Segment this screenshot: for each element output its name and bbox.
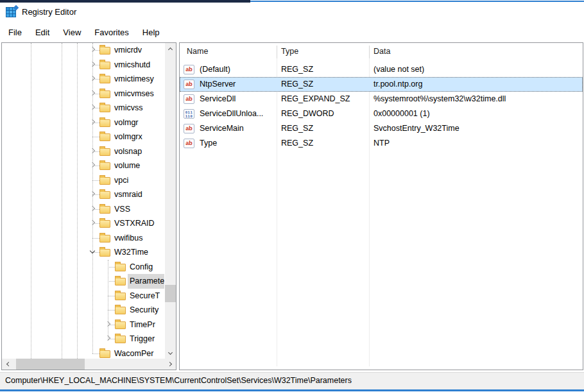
chevron-down-icon	[168, 351, 173, 355]
chevron-collapsed-icon[interactable]	[90, 163, 95, 168]
chevron-collapsed-icon[interactable]	[90, 149, 95, 154]
chevron-collapsed-icon[interactable]	[105, 336, 110, 341]
value-type: REG_SZ	[281, 77, 313, 92]
tree-item-vmicvmses[interactable]: vmicvmses	[2, 87, 164, 101]
chevron-collapsed-icon[interactable]	[90, 207, 95, 212]
horizontal-scroll-thumb[interactable]	[16, 359, 85, 370]
column-header-data[interactable]: Data	[374, 47, 390, 56]
string-value-icon: ab	[184, 80, 194, 89]
chevron-collapsed-icon[interactable]	[90, 120, 95, 125]
registry-editor-app-icon	[6, 6, 18, 18]
tree-item-label: Trigger	[128, 332, 157, 346]
folder-icon	[99, 62, 110, 69]
tree-item-vmicshutd[interactable]: vmicshutd	[2, 58, 164, 72]
tree-connector	[108, 267, 115, 268]
tree-item-wacomper[interactable]: WacomPer	[2, 346, 164, 359]
top-blue-line	[250, 1, 584, 2]
tree-horizontal-scrollbar[interactable]	[2, 359, 176, 370]
value-row-servicemain[interactable]: abServiceMainREG_SZSvchostEntry_W32Time	[180, 121, 583, 136]
chevron-collapsed-icon[interactable]	[90, 105, 95, 110]
folder-icon	[99, 133, 110, 141]
registry-tree-pane: vmicrdvvmicshutdvmictimesyvmicvmsesvmicv…	[1, 42, 176, 370]
menu-favorites[interactable]: Favorites	[92, 26, 130, 38]
tree-item-label: Config	[128, 260, 155, 275]
value-row-type[interactable]: abTypeREG_SZNTP	[180, 136, 583, 151]
tree-item-label: vsmraid	[112, 187, 144, 202]
tree-item-timepr[interactable]: TimePr	[2, 318, 164, 332]
menu-view[interactable]: View	[61, 26, 83, 38]
chevron-collapsed-icon[interactable]	[90, 192, 95, 197]
tree-item-vstxraid[interactable]: VSTXRAID	[2, 216, 164, 231]
tree-item-label: volume	[112, 158, 142, 173]
tree-item-securet[interactable]: SecureT	[2, 289, 164, 303]
tree-item-label: vmicvss	[112, 101, 144, 115]
tree-connector	[108, 281, 115, 282]
tree-item-volume[interactable]: volume	[2, 158, 164, 173]
top-dark-bar	[0, 0, 250, 3]
scroll-down-button[interactable]	[165, 348, 176, 359]
tree-items: vmicrdvvmicshutdvmictimesyvmicvmsesvmicv…	[2, 43, 164, 359]
tree-item-label: Security	[128, 303, 160, 318]
tree-item-volsnap[interactable]: volsnap	[2, 144, 164, 159]
value-row-ntpserver[interactable]: abNtpServerREG_SZtr.pool.ntp.org	[180, 77, 583, 92]
value-type: REG_SZ	[281, 62, 313, 77]
value-data: 0x00000001 (1)	[374, 107, 430, 121]
value-row-servicedll[interactable]: abServiceDllREG_EXPAND_SZ%systemroot%\sy…	[180, 92, 583, 107]
menu-help[interactable]: Help	[141, 26, 162, 38]
tree-item-label: vmictimesy	[112, 72, 156, 87]
tree-item-vsmraid[interactable]: vsmraid	[2, 187, 164, 202]
tree-item-trigger[interactable]: Trigger	[2, 332, 164, 346]
tree-item-label: WacomPer	[112, 346, 155, 359]
chevron-collapsed-icon[interactable]	[90, 76, 95, 81]
folder-icon	[99, 220, 110, 228]
menu-edit[interactable]: Edit	[33, 26, 51, 38]
tree-item-label: volmgrx	[112, 130, 144, 144]
bottom-blue-line	[0, 389, 584, 391]
tree-item-w32time[interactable]: W32Time	[2, 245, 164, 260]
folder-icon	[99, 249, 110, 257]
tree-item-vmictimesy[interactable]: vmictimesy	[2, 72, 164, 87]
value-row--default-[interactable]: ab(Default)REG_SZ(value not set)	[180, 62, 583, 77]
chevron-collapsed-icon[interactable]	[90, 91, 95, 96]
column-header-name[interactable]: Name	[187, 47, 208, 56]
chevron-collapsed-icon[interactable]	[90, 62, 95, 67]
chevron-collapsed-icon[interactable]	[105, 322, 110, 327]
vertical-scroll-thumb[interactable]	[165, 285, 176, 302]
chevron-expanded-icon[interactable]	[90, 250, 95, 255]
tree-item-volmgrx[interactable]: volmgrx	[2, 130, 164, 144]
scroll-right-button[interactable]	[165, 359, 176, 370]
tree-item-security[interactable]: Security	[2, 303, 164, 318]
tree-item-vss[interactable]: VSS	[2, 202, 164, 217]
value-name: ServiceDllUnloa...	[200, 107, 263, 121]
tree-item-parameters[interactable]: Parameters	[2, 274, 164, 289]
dword-value-icon: 011110	[184, 109, 194, 119]
column-header-type[interactable]: Type	[281, 47, 298, 56]
string-value-icon: ab	[184, 139, 194, 148]
tree-item-vwifibus[interactable]: vwifibus	[2, 231, 164, 246]
menu-file[interactable]: File	[6, 26, 24, 38]
tree-item-vmicvss[interactable]: vmicvss	[2, 101, 164, 115]
tree-vertical-scrollbar[interactable]	[165, 43, 176, 359]
folder-icon	[99, 119, 110, 127]
value-row-servicedllunloa-[interactable]: 011110ServiceDllUnloa...REG_DWORD0x00000…	[180, 107, 583, 121]
chevron-collapsed-icon[interactable]	[90, 221, 95, 226]
value-name: NtpServer	[200, 77, 236, 92]
scroll-up-button[interactable]	[165, 43, 176, 54]
tree-connector	[92, 180, 99, 181]
title-bar: Registry Editor	[0, 3, 584, 23]
value-type: REG_SZ	[281, 121, 313, 136]
tree-item-label: vmicrdv	[112, 43, 144, 58]
tree-connector	[92, 238, 99, 239]
string-value-icon: ab	[184, 94, 194, 104]
scroll-left-button[interactable]	[2, 359, 13, 370]
selected-key-path: Computer\HKEY_LOCAL_MACHINE\SYSTEM\Curre…	[5, 376, 352, 385]
folder-icon	[99, 105, 110, 112]
tree-item-vmicrdv[interactable]: vmicrdv	[2, 43, 164, 58]
tree-item-config[interactable]: Config	[2, 260, 164, 275]
folder-icon	[115, 307, 126, 314]
tree-item-label: SecureT	[128, 289, 162, 303]
chevron-collapsed-icon[interactable]	[90, 47, 95, 53]
tree-item-volmgr[interactable]: volmgr	[2, 115, 164, 130]
tree-item-vpci[interactable]: vpci	[2, 173, 164, 188]
folder-icon	[115, 336, 126, 343]
